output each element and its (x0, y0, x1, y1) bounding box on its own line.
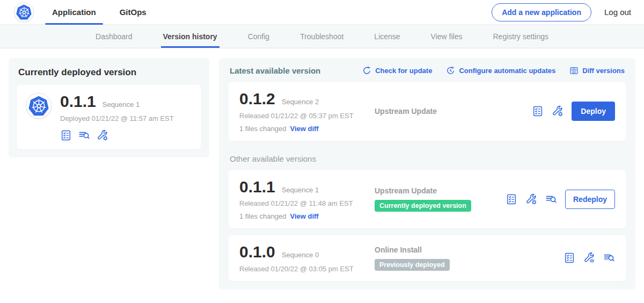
deployed-version-number: 0.1.1 (60, 93, 96, 110)
subnav-dashboard[interactable]: Dashboard (96, 25, 133, 48)
subnav-license-label: License (374, 32, 400, 41)
version-number: 0.1.2 (239, 90, 275, 107)
source-label: Upstream Update (375, 186, 437, 195)
deploy-logs-icon[interactable] (603, 252, 615, 264)
released-timestamp: Released 01/21/22 @ 11:48 am EST (239, 199, 375, 207)
topbar-right: Add a new application Log out (492, 3, 631, 21)
clock-refresh-icon (446, 66, 455, 75)
sequence-label: Sequence 0 (282, 251, 319, 259)
version-number: 0.1.1 (239, 178, 275, 196)
preflight-checks-icon[interactable] (506, 193, 517, 205)
kubernetes-logo (14, 2, 34, 22)
available-versions-panel: Latest available version Check for updat… (219, 58, 635, 290)
check-for-update-link[interactable]: Check for update (362, 66, 432, 75)
subnav-config[interactable]: Config (248, 25, 269, 48)
check-for-update-label: Check for update (375, 67, 432, 75)
add-application-button[interactable]: Add a new application (492, 3, 591, 21)
deployed-sequence-label: Sequence 1 (103, 100, 140, 109)
version-source: Upstream Update (375, 90, 532, 133)
kubernetes-heptagon (28, 96, 49, 116)
helm-wheel-icon (18, 6, 30, 18)
view-config-icon[interactable] (583, 252, 595, 264)
preflight-checks-icon[interactable] (532, 105, 544, 117)
preflight-checks-icon[interactable] (60, 129, 72, 141)
other-available-title: Other available versions (230, 154, 625, 163)
version-source: Online Install Previously deployed (375, 243, 564, 273)
deploy-logs-icon[interactable] (545, 193, 557, 205)
view-diff-link[interactable]: View diff (290, 125, 318, 133)
deployed-timestamp: Deployed 01/21/22 @ 11:57 am EST (60, 114, 174, 122)
source-label: Online Install (375, 246, 422, 254)
view-diff-link[interactable]: View diff (290, 212, 318, 220)
files-changed-label: 1 files changed (239, 212, 286, 220)
version-info: 0.1.2 Sequence 2 Released 01/21/22 @ 05:… (239, 90, 375, 133)
currently-deployed-title: Currently deployed version (18, 67, 200, 78)
deployed-actions (60, 129, 174, 141)
logout-button[interactable]: Log out (604, 8, 631, 17)
versions-panel-header: Latest available version Check for updat… (229, 66, 626, 75)
previously-deployed-badge: Previously deployed (375, 259, 450, 271)
deploy-logs-icon[interactable] (78, 129, 90, 141)
currently-deployed-panel: Currently deployed version 0.1.1 Sequenc… (9, 58, 209, 157)
redeploy-button[interactable]: Redeploy (565, 190, 615, 209)
subnav-view-files-label: View files (431, 32, 463, 41)
version-number: 0.1.0 (239, 243, 275, 261)
released-timestamp: Released 01/20/22 @ 03:05 pm EST (239, 265, 375, 273)
diff-versions-link[interactable]: Diff versions (569, 66, 625, 75)
edit-config-icon[interactable] (97, 129, 108, 141)
top-navbar: Application GitOps Add a new application… (0, 0, 644, 25)
subnav-config-label: Config (248, 32, 269, 41)
subnav-troubleshoot-label: Troubleshoot (300, 32, 343, 41)
versions-panel-actions: Check for update Configure automatic upd… (362, 66, 625, 75)
subnav-registry-settings-label: Registry settings (493, 32, 548, 41)
subnav-registry-settings[interactable]: Registry settings (493, 25, 548, 48)
version-source: Upstream Update Currently deployed versi… (375, 178, 506, 221)
tab-application-label: Application (52, 8, 96, 17)
configure-automatic-updates-link[interactable]: Configure automatic updates (446, 66, 555, 75)
latest-available-title: Latest available version (230, 66, 320, 75)
released-timestamp: Released 01/21/22 @ 05:37 pm EST (239, 112, 375, 120)
deployed-version-info: 0.1.1 Sequence 1 Deployed 01/21/22 @ 11:… (60, 93, 174, 141)
version-card-0-1-1: 0.1.1 Sequence 1 Released 01/21/22 @ 11:… (229, 170, 626, 229)
subnav-license[interactable]: License (374, 25, 400, 48)
deployed-version-card: 0.1.1 Sequence 1 Deployed 01/21/22 @ 11:… (17, 85, 201, 149)
deploy-button[interactable]: Deploy (572, 102, 615, 121)
source-label: Upstream Update (375, 107, 437, 116)
preflight-checks-icon[interactable] (564, 252, 575, 264)
subnav-version-history[interactable]: Version history (163, 25, 217, 48)
subnav-version-history-label: Version history (163, 32, 217, 41)
subnav-dashboard-label: Dashboard (96, 32, 133, 41)
tab-gitops-label: GitOps (120, 8, 147, 17)
kubernetes-heptagon (16, 4, 32, 20)
version-actions: Deploy (532, 90, 615, 133)
currently-deployed-badge: Currently deployed version (375, 200, 471, 212)
tab-gitops[interactable]: GitOps (120, 0, 147, 25)
edit-config-icon[interactable] (525, 193, 537, 205)
version-card-0-1-2: 0.1.2 Sequence 2 Released 01/21/22 @ 05:… (229, 82, 626, 141)
edit-config-icon[interactable] (552, 105, 564, 117)
app-tabs: Application GitOps (52, 0, 170, 25)
version-info: 0.1.0 Sequence 0 Released 01/20/22 @ 03:… (239, 243, 375, 273)
files-changed-label: 1 files changed (239, 125, 286, 133)
app-icon (26, 93, 52, 119)
version-card-0-1-0: 0.1.0 Sequence 0 Released 01/20/22 @ 03:… (229, 235, 626, 281)
app-subnav: Dashboard Version history Config Trouble… (0, 25, 644, 48)
sequence-label: Sequence 2 (282, 98, 319, 106)
helm-wheel-icon (31, 98, 47, 114)
subnav-troubleshoot[interactable]: Troubleshoot (300, 25, 343, 48)
configure-automatic-updates-label: Configure automatic updates (459, 67, 555, 75)
sequence-label: Sequence 1 (282, 186, 319, 194)
version-info: 0.1.1 Sequence 1 Released 01/21/22 @ 11:… (239, 178, 375, 221)
diff-versions-label: Diff versions (582, 67, 625, 75)
tab-application[interactable]: Application (52, 0, 96, 25)
subnav-view-files[interactable]: View files (431, 25, 463, 48)
refresh-icon (362, 66, 371, 75)
version-actions: Redeploy (506, 178, 615, 221)
main-content: Currently deployed version 0.1.1 Sequenc… (0, 48, 644, 299)
version-actions (564, 243, 615, 273)
diff-icon (569, 66, 579, 75)
